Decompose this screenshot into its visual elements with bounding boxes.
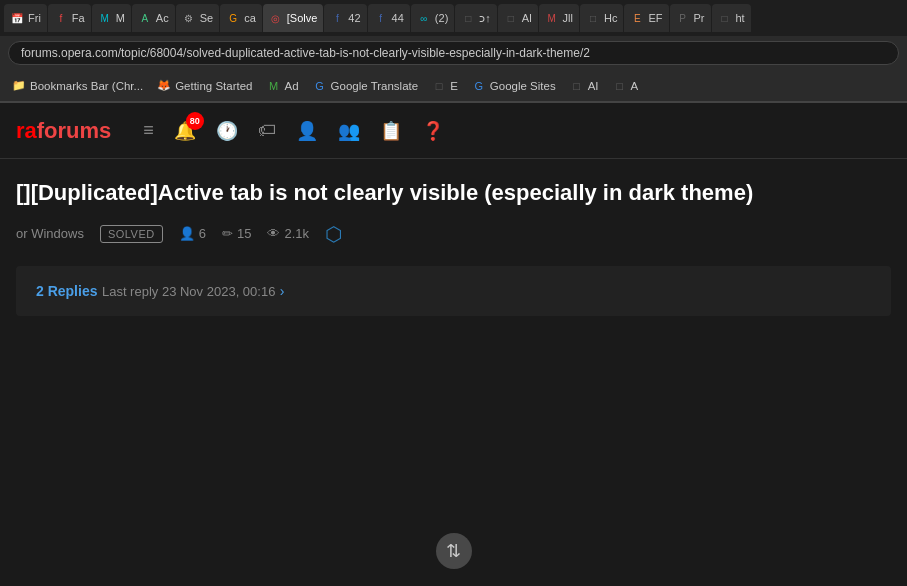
tab-label: Ac <box>156 12 169 24</box>
bookmark-label: Getting Started <box>175 80 252 92</box>
stat-views: 👁 2.1k <box>267 226 309 241</box>
tab-tab-jll[interactable]: MJll <box>539 4 579 32</box>
tab-label: Pr <box>694 12 705 24</box>
address-bar <box>0 36 907 70</box>
nav-user-icon[interactable]: 👤 <box>296 120 318 142</box>
bookmark-1[interactable]: 🦊Getting Started <box>151 74 258 98</box>
tab-label: Jll <box>563 12 573 24</box>
users-icon: 👤 <box>179 226 195 241</box>
notification-badge: 80 <box>186 112 204 130</box>
nav-list-icon[interactable]: ≡ <box>143 120 154 141</box>
tab-favicon: ◎ <box>269 11 283 25</box>
page-content: ra forums ≡ 🔔 80 🕐 🏷 👤 👥 📋 ❓ [][Duplicat… <box>0 103 907 586</box>
views-icon: 👁 <box>267 226 280 241</box>
tab-bar: 📅FrifFaMMAAc⚙SeGca◎[Solvef42f44∞(2)□ↄ↑□A… <box>0 0 907 36</box>
forum-icons: ≡ 🔔 80 🕐 🏷 👤 👥 📋 ❓ <box>127 120 460 142</box>
post-meta: or Windows SOLVED 👤 6 ✏ 15 👁 2.1k ⬡ <box>16 222 891 246</box>
bookmark-3[interactable]: GGoogle Translate <box>307 74 425 98</box>
tab-label: Hc <box>604 12 617 24</box>
address-input[interactable] <box>8 41 899 65</box>
reply-arrow[interactable]: › <box>280 283 285 299</box>
tab-tab-44[interactable]: f44 <box>368 4 410 32</box>
reply-section: 2 Replies Last reply 23 Nov 2023, 00:16 … <box>16 266 891 316</box>
views-count: 2.1k <box>284 226 309 241</box>
bookmark-favicon: G <box>313 79 327 93</box>
tab-tab-al[interactable]: □Al <box>498 4 538 32</box>
tab-tab-fa1[interactable]: fFa <box>48 4 91 32</box>
bookmark-4[interactable]: □E <box>426 74 464 98</box>
tab-label: 44 <box>392 12 404 24</box>
last-reply-label: Last reply 23 Nov 2023, 00:16 <box>102 284 275 299</box>
bookmark-label: Google Translate <box>331 80 419 92</box>
tab-favicon: E <box>630 11 644 25</box>
tab-favicon: □ <box>586 11 600 25</box>
tab-favicon: □ <box>504 11 518 25</box>
post-area: [][Duplicated]Active tab is not clearly … <box>0 159 907 246</box>
tab-label: ca <box>244 12 256 24</box>
tab-favicon: P <box>676 11 690 25</box>
edit-icon: ✏ <box>222 226 233 241</box>
tab-favicon: f <box>330 11 344 25</box>
scroll-indicator[interactable]: ⇅ <box>436 533 472 569</box>
tab-favicon: A <box>138 11 152 25</box>
bookmark-favicon: □ <box>613 79 627 93</box>
nav-tags-icon[interactable]: 🏷 <box>258 120 276 141</box>
tab-favicon: f <box>374 11 388 25</box>
tab-label: ↄ↑ <box>479 12 491 25</box>
tab-tab-ef[interactable]: EEF <box>624 4 668 32</box>
users-count: 6 <box>199 226 206 241</box>
tab-favicon: M <box>98 11 112 25</box>
tab-tab-ac[interactable]: AAc <box>132 4 175 32</box>
bookmark-0[interactable]: 📁Bookmarks Bar (Chr... <box>6 74 149 98</box>
tab-label: [Solve <box>287 12 318 24</box>
rss-icon[interactable]: ⬡ <box>325 222 342 246</box>
bookmark-6[interactable]: □AI <box>564 74 605 98</box>
tab-tab-fri[interactable]: 📅Fri <box>4 4 47 32</box>
bookmark-favicon: □ <box>432 79 446 93</box>
bookmark-favicon: M <box>266 79 280 93</box>
tab-tab-m1[interactable]: MM <box>92 4 131 32</box>
bookmark-2[interactable]: MAd <box>260 74 304 98</box>
platform-label: or Windows <box>16 226 84 241</box>
bookmark-label: AI <box>588 80 599 92</box>
tab-favicon: f <box>54 11 68 25</box>
post-title: [][Duplicated]Active tab is not clearly … <box>16 179 891 208</box>
tab-favicon: 📅 <box>10 11 24 25</box>
bookmark-5[interactable]: GGoogle Sites <box>466 74 562 98</box>
nav-group-icon[interactable]: 👥 <box>338 120 360 142</box>
tab-label: 42 <box>348 12 360 24</box>
forum-nav: ra forums ≡ 🔔 80 🕐 🏷 👤 👥 📋 ❓ <box>0 103 907 159</box>
nav-help-icon[interactable]: ❓ <box>422 120 444 142</box>
posts-count: 15 <box>237 226 251 241</box>
tab-tab-2[interactable]: ∞(2) <box>411 4 454 32</box>
replies-link[interactable]: 2 Replies <box>36 283 97 299</box>
tab-tab-ht[interactable]: □ht <box>712 4 751 32</box>
nav-recent-icon[interactable]: 🕐 <box>216 120 238 142</box>
bookmark-7[interactable]: □A <box>607 74 645 98</box>
bookmark-label: A <box>631 80 639 92</box>
tab-favicon: G <box>226 11 240 25</box>
tab-tab-42[interactable]: f42 <box>324 4 366 32</box>
browser-chrome: 📅FrifFaMMAAc⚙SeGca◎[Solvef42f44∞(2)□ↄ↑□A… <box>0 0 907 103</box>
bookmark-favicon: G <box>472 79 486 93</box>
forum-logo: ra forums <box>0 118 127 144</box>
stat-posts: ✏ 15 <box>222 226 251 241</box>
tab-favicon: ∞ <box>417 11 431 25</box>
tab-tab-pr[interactable]: PPr <box>670 4 711 32</box>
nav-posts-icon[interactable]: 📋 <box>380 120 402 142</box>
tab-tab-se[interactable]: ⚙Se <box>176 4 219 32</box>
tab-label: Se <box>200 12 213 24</box>
bookmarks-bar: 📁Bookmarks Bar (Chr...🦊Getting StartedMA… <box>0 70 907 102</box>
tab-tab-ly[interactable]: □ↄ↑ <box>455 4 497 32</box>
tab-favicon: □ <box>718 11 732 25</box>
logo-text: forums <box>37 118 112 144</box>
tab-tab-solved[interactable]: ◎[Solve <box>263 4 324 32</box>
tab-tab-ca[interactable]: Gca <box>220 4 262 32</box>
tab-label: Fri <box>28 12 41 24</box>
tab-label: EF <box>648 12 662 24</box>
tab-tab-hc[interactable]: □Hc <box>580 4 623 32</box>
bookmark-favicon: □ <box>570 79 584 93</box>
tab-favicon: ⚙ <box>182 11 196 25</box>
nav-notification-icon[interactable]: 🔔 80 <box>174 120 196 142</box>
bookmark-label: E <box>450 80 458 92</box>
